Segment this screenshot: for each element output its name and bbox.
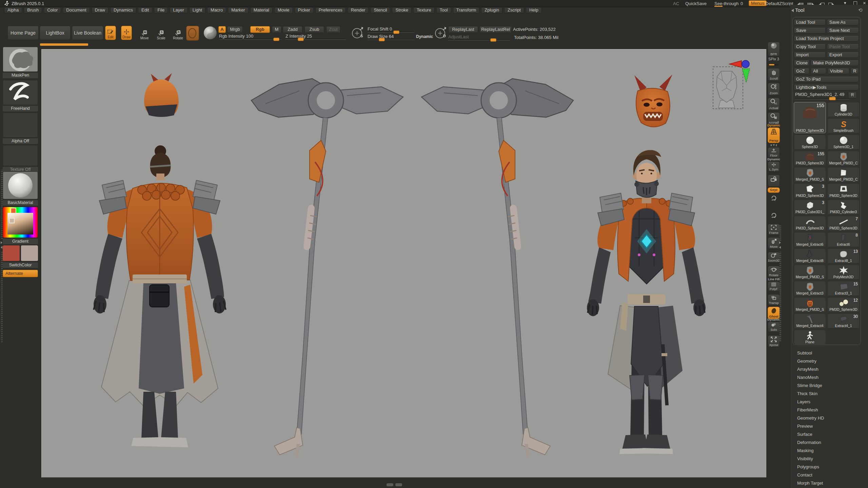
menu-movie[interactable]: Movie <box>274 7 293 14</box>
shelf-gxyz-button[interactable]: Gxyz <box>768 187 780 193</box>
menu-color[interactable]: Color <box>44 7 61 14</box>
goz-button[interactable]: GoZ <box>794 68 809 74</box>
shelf-l-sym-button[interactable]: L.Sym <box>768 161 780 172</box>
subtool-pm3d-sphere3d[interactable]: PM3D_Sphere3D12 <box>827 297 860 312</box>
subtool-merged-extract4[interactable]: Merged_Extract4 <box>794 313 826 328</box>
subpalette-layers[interactable]: Layers <box>790 398 868 406</box>
menu-stroke[interactable]: Stroke <box>392 7 412 14</box>
subpalette-slime-bridge[interactable]: Slime Bridge <box>790 382 868 390</box>
home-page-button[interactable]: Home Page <box>7 26 39 40</box>
see-through-track[interactable] <box>714 6 723 7</box>
shelf-zoom-button[interactable]: Zoom <box>768 83 780 96</box>
shelf-floor-button[interactable]: Floor <box>768 147 780 158</box>
import-button[interactable]: Import <box>794 52 826 58</box>
tool-reset-icon[interactable]: ⟲ <box>858 7 863 13</box>
subtool-nav-track[interactable] <box>795 98 849 99</box>
menu-edit[interactable]: Edit <box>138 7 152 14</box>
paste-tool-button[interactable]: Paste Tool <box>827 43 859 50</box>
default-zscript-button[interactable]: DefaultZScript <box>765 1 793 6</box>
subtool-pm3d-sphere3d[interactable]: PM3D_Sphere3D155 <box>794 151 826 166</box>
subtool-pm3d-cube3d1[interactable]: PM3D_Cube3D1_3 <box>794 200 826 215</box>
menu-marker[interactable]: Marker <box>228 7 248 14</box>
subpalette-masking[interactable]: Masking <box>790 447 868 455</box>
toggle-zsub[interactable]: Zsub <box>304 26 324 33</box>
menu-material[interactable]: Material <box>250 7 273 14</box>
subpalette-geometry-hd[interactable]: Geometry HD <box>790 414 868 422</box>
toggle-m[interactable]: M <box>272 26 281 33</box>
copy-tool-button[interactable]: Copy Tool <box>794 43 826 50</box>
menu-preferences[interactable]: Preferences <box>315 7 346 14</box>
tray-freehand-thumbnail[interactable] <box>3 80 38 105</box>
subtool-extract6[interactable]: Extract68 <box>827 232 860 247</box>
subtool-pm3d-sphere3d[interactable]: PM3D_Sphere3D155 <box>794 102 826 133</box>
document-canvas[interactable] <box>41 49 766 477</box>
subpalette-contact[interactable]: Contact <box>790 471 868 479</box>
rgb-intensity-handle[interactable] <box>273 38 279 41</box>
menu-layer[interactable]: Layer <box>170 7 188 14</box>
shelf-scrollbar[interactable] <box>780 225 781 241</box>
make-polymesh3d-button[interactable]: Make PolyMesh3D <box>811 60 859 66</box>
draw-size-track[interactable] <box>368 39 414 40</box>
tray-alpha-off-thumbnail[interactable] <box>3 113 38 138</box>
tray-gradient-thumbnail[interactable] <box>3 207 38 238</box>
subpalette-visibility[interactable]: Visibility <box>790 455 868 463</box>
shelf-aahalf-button[interactable]: AAHalf <box>768 112 780 125</box>
z-intensity-handle[interactable] <box>298 38 304 41</box>
subtool-nav-r-button[interactable]: R <box>848 92 857 99</box>
subtool-extract3-1[interactable]: Extract3_115 <box>827 281 860 296</box>
subpalette-subtool[interactable]: Subtool <box>790 349 868 357</box>
focal-shift-track[interactable] <box>368 32 414 33</box>
subpalette-surface[interactable]: Surface <box>790 430 868 439</box>
shelf-frame-button[interactable]: Frame <box>768 224 780 235</box>
menu-macro[interactable]: Macro <box>207 7 226 14</box>
draw-size-handle[interactable] <box>379 38 385 41</box>
shelf-rotate-button[interactable]: Rotate <box>768 266 780 278</box>
dynamic-draw-size-button[interactable]: D <box>434 26 447 40</box>
subtool-sphere3d-1[interactable]: Sphere3D_1 <box>827 135 860 149</box>
main-color-swatch[interactable] <box>3 245 20 261</box>
subtool-simplebrush[interactable]: SSimpleBrush <box>827 118 860 133</box>
panel-collapse-icon[interactable] <box>791 9 794 12</box>
subtool-merged-pm3d-c[interactable]: Merged_PM3D_C <box>827 167 860 182</box>
subpalette-deformation[interactable]: Deformation <box>790 439 868 447</box>
shelf-transp-button[interactable]: Transp <box>768 294 780 305</box>
rotate-button[interactable]: R Rotate <box>172 26 184 41</box>
secondary-color-swatch[interactable] <box>21 245 38 261</box>
toggle-rgb[interactable]: Rgb <box>250 26 270 33</box>
draw-button[interactable]: Draw <box>121 26 132 40</box>
subpalette-nanomesh[interactable]: NanoMesh <box>790 373 868 382</box>
menu-draw[interactable]: Draw <box>92 7 108 14</box>
edit-button[interactable]: Edit <box>105 26 116 40</box>
move-button[interactable]: M Move <box>139 26 150 41</box>
subtool-pm3d-sphere3d[interactable]: PM3D_Sphere3D7 <box>827 216 860 231</box>
menu-tool[interactable]: Tool <box>436 7 451 14</box>
lightbox-button[interactable]: LightBox <box>40 26 71 40</box>
subpalette-geometry[interactable]: Geometry <box>790 357 868 365</box>
adjust-last-track[interactable] <box>448 39 510 40</box>
shelf-spiny-button[interactable]: y <box>768 194 780 201</box>
menus-toggle-button[interactable]: Menus <box>749 0 767 6</box>
canvas-hscroll-handle[interactable] <box>387 483 393 486</box>
subtool-extract8-1[interactable]: Extract8_113 <box>827 248 860 263</box>
scale-button[interactable]: S Scale <box>156 26 166 41</box>
alternate-button[interactable]: Alternate <box>3 270 38 277</box>
menu-picker[interactable]: Picker <box>295 7 314 14</box>
subtool-nav-slider[interactable]: PM3D_Sphere3D1_2. 49 R <box>794 92 860 101</box>
shelf-collapse-icon[interactable] <box>779 246 781 249</box>
save-button[interactable]: Save <box>794 27 826 34</box>
shelf-spinz-button[interactable]: z <box>768 211 780 218</box>
toggle-mrgb[interactable]: Mrgb <box>227 26 243 33</box>
menu-zplugin[interactable]: Zplugin <box>481 7 502 14</box>
live-boolean-button[interactable]: Live Boolean <box>72 26 103 40</box>
toggle-zadd[interactable]: Zadd <box>283 26 302 33</box>
shelf-scroll-button[interactable]: Scroll <box>768 68 780 81</box>
current-material-ball[interactable] <box>203 26 217 40</box>
shelf-actual-button[interactable]: x1Actual <box>768 98 780 110</box>
clone-button[interactable]: Clone <box>794 60 809 66</box>
save-next-button[interactable]: Save Next <box>827 27 859 34</box>
left-tray-scrollbar[interactable] <box>1 169 3 239</box>
r-button[interactable]: R <box>851 68 859 74</box>
subtool-merged-pm3d-c[interactable]: Merged_PM3D_C <box>827 151 860 166</box>
focal-shift-slider[interactable]: Focal Shift 0 <box>368 26 392 32</box>
shelf-polyf-button[interactable]: PolyF <box>768 281 780 291</box>
